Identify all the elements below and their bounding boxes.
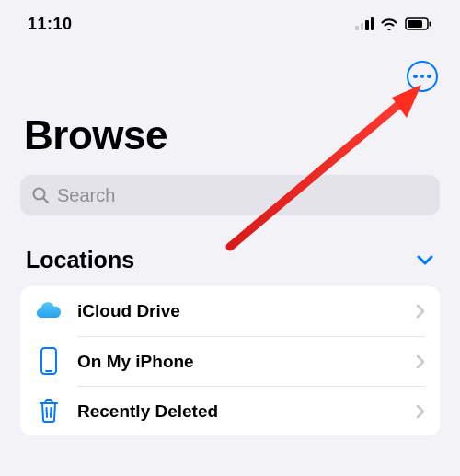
- page-title: Browse: [0, 92, 460, 168]
- search-bar[interactable]: [20, 175, 440, 215]
- list-item-recently-deleted[interactable]: Recently Deleted: [20, 386, 440, 435]
- search-input[interactable]: [57, 185, 429, 206]
- locations-list: iCloud Drive On My iPhone: [20, 286, 440, 435]
- wifi-icon: [380, 17, 398, 30]
- svg-line-4: [44, 199, 49, 203]
- list-item-label: On My iPhone: [77, 352, 403, 372]
- chevron-right-icon: [416, 404, 425, 419]
- status-time: 11:10: [28, 15, 73, 34]
- svg-line-8: [51, 408, 52, 417]
- list-item-label: Recently Deleted: [77, 401, 403, 422]
- svg-rect-2: [430, 22, 432, 27]
- svg-rect-1: [408, 20, 422, 28]
- chevron-right-icon: [416, 304, 425, 319]
- cellular-icon: [355, 17, 374, 30]
- battery-icon: [405, 17, 432, 30]
- svg-rect-5: [41, 348, 56, 374]
- top-actions: [0, 42, 460, 92]
- list-item-on-my-iphone[interactable]: On My iPhone: [20, 336, 440, 386]
- chevron-right-icon: [416, 354, 425, 369]
- trash-icon: [33, 395, 64, 426]
- svg-point-3: [34, 189, 45, 200]
- chevron-down-icon: [416, 255, 434, 266]
- list-item-icloud-drive[interactable]: iCloud Drive: [20, 286, 440, 336]
- status-indicators: [355, 17, 432, 30]
- section-header-locations[interactable]: Locations: [0, 215, 460, 283]
- search-icon: [31, 186, 50, 204]
- iphone-icon: [33, 345, 64, 377]
- section-title: Locations: [26, 247, 134, 273]
- list-item-label: iCloud Drive: [77, 301, 403, 321]
- icloud-icon: [33, 296, 64, 327]
- svg-line-7: [47, 408, 48, 417]
- status-bar: 11:10: [0, 0, 460, 42]
- more-options-button[interactable]: [407, 61, 438, 92]
